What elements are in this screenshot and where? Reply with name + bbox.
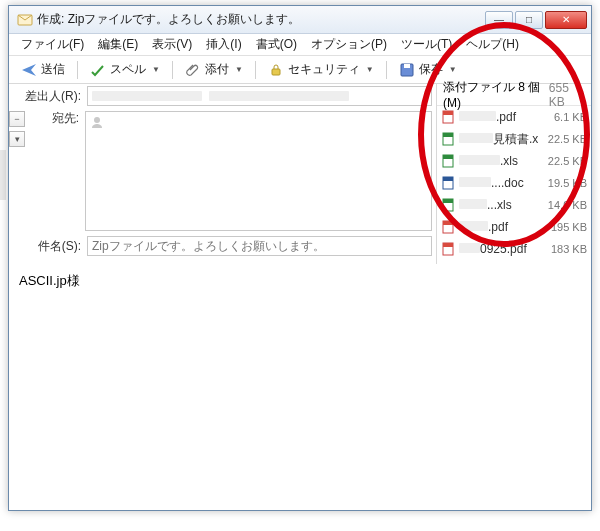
attachment-item[interactable]: ...xls14.0 KB [437,194,591,216]
svg-rect-14 [443,199,453,203]
toolbar-sep [77,61,78,79]
attachment-item[interactable]: ....doc19.5 KB [437,172,591,194]
window-buttons: — □ ✕ [485,11,587,29]
to-label: 宛先: [27,110,85,127]
save-icon [399,62,415,78]
dropdown-arrow-icon: ▼ [449,65,457,74]
maximize-button[interactable]: □ [515,11,543,29]
blurred-text [92,91,202,101]
blurred-text [209,91,349,101]
from-field[interactable] [87,86,432,106]
attachment-size: 14.0 KB [543,199,587,211]
svg-rect-1 [272,69,280,75]
attachment-item[interactable]: 0925.pdf183 KB [437,238,591,260]
attachment-name: 見積書.xls [459,131,539,148]
attachment-size: 195 KB [543,221,587,233]
attachment-name: ....doc [459,176,539,190]
toolbar-sep [255,61,256,79]
attachments-total-size: 655 KB [549,81,585,109]
subject-row: 件名(S): Zipファイルです。よろしくお願いします。 [9,234,436,258]
save-label: 保存 [419,61,443,78]
pdf-file-icon [441,220,455,234]
message-body-editor[interactable]: ASCII.jp様 [9,264,591,510]
attachment-size: 6.1 KB [543,111,587,123]
attach-label: 添付 [205,61,229,78]
svg-rect-16 [443,221,453,225]
attachments-header[interactable]: 添付ファイル 8 個(M) 655 KB [437,84,591,106]
attachment-name: .pdf [459,220,539,234]
dropdown-arrow-icon: ▼ [152,65,160,74]
to-row: − ▾ 宛先: [9,108,436,234]
window-title: 作成: Zipファイルです。よろしくお願いします。 [37,11,485,28]
attachment-size: 19.5 KB [543,177,587,189]
titlebar: 作成: Zipファイルです。よろしくお願いします。 — □ ✕ [9,6,591,34]
header-area: 差出人(R): − ▾ 宛先: 件名(S): Zipファ [9,84,591,283]
envelope-icon [17,12,33,28]
send-button[interactable]: 送信 [15,59,71,80]
paperclip-icon [185,62,201,78]
svg-rect-3 [404,64,410,68]
security-label: セキュリティ [288,61,360,78]
menu-bar: ファイル(F) 編集(E) 表示(V) 挿入(I) 書式(O) オプション(P)… [9,34,591,56]
attachment-item[interactable]: .pdf6.1 KB [437,106,591,128]
close-button[interactable]: ✕ [545,11,587,29]
attachment-size: 183 KB [543,243,587,255]
menu-insert[interactable]: 挿入(I) [200,34,247,55]
xls-file-icon [441,132,455,146]
svg-rect-8 [443,133,453,137]
attachments-list: .pdf6.1 KB見積書.xls22.5 KB.xls22.5 KB....d… [437,106,591,282]
svg-rect-6 [443,111,453,115]
subject-value: Zipファイルです。よろしくお願いします。 [92,238,325,255]
security-button[interactable]: セキュリティ ▼ [262,59,380,80]
pdf-file-icon [441,110,455,124]
dropdown-arrow-icon: ▼ [235,65,243,74]
menu-options[interactable]: オプション(P) [305,34,393,55]
menu-format[interactable]: 書式(O) [250,34,303,55]
svg-rect-12 [443,177,453,181]
send-icon [21,62,37,78]
contact-icon [90,115,104,129]
subject-label: 件名(S): [9,238,87,255]
dropdown-button[interactable]: ▾ [9,131,25,147]
attachment-item[interactable]: .xls22.5 KB [437,150,591,172]
spell-button[interactable]: スペル ▼ [84,59,166,80]
toolbar-sep [386,61,387,79]
menu-tools[interactable]: ツール(T) [395,34,458,55]
menu-view[interactable]: 表示(V) [146,34,198,55]
minimize-button[interactable]: — [485,11,513,29]
menu-file[interactable]: ファイル(F) [15,34,90,55]
svg-rect-10 [443,155,453,159]
attachment-name: .pdf [459,110,539,124]
send-label: 送信 [41,61,65,78]
compose-window: 作成: Zipファイルです。よろしくお願いします。 — □ ✕ ファイル(F) … [8,5,592,511]
body-line: ASCII.jp様 [19,272,581,290]
attachment-item[interactable]: 見積書.xls22.5 KB [437,128,591,150]
field-buttons-col: − ▾ [9,110,27,147]
subject-field[interactable]: Zipファイルです。よろしくお願いします。 [87,236,432,256]
to-field[interactable] [85,111,432,231]
page-shadow-sliver [0,150,6,200]
from-row: 差出人(R): [9,84,436,108]
svg-rect-18 [443,243,453,247]
header-fields: 差出人(R): − ▾ 宛先: 件名(S): Zipファ [9,84,436,282]
doc-file-icon [441,176,455,190]
save-button[interactable]: 保存 ▼ [393,59,463,80]
attachment-name: .xls [459,154,539,168]
attachments-panel: 添付ファイル 8 個(M) 655 KB .pdf6.1 KB見積書.xls22… [436,84,591,282]
attachment-name: ...xls [459,198,539,212]
pdf-file-icon [441,242,455,256]
attachments-count: 添付ファイル 8 個(M) [443,79,549,110]
attachment-size: 22.5 KB [543,155,587,167]
svg-point-4 [94,117,100,123]
collapse-button[interactable]: − [9,111,25,127]
menu-edit[interactable]: 編集(E) [92,34,144,55]
menu-help[interactable]: ヘルプ(H) [460,34,525,55]
xls-file-icon [441,154,455,168]
attachment-item[interactable]: .pdf195 KB [437,216,591,238]
attachment-name: 0925.pdf [459,242,539,256]
dropdown-arrow-icon: ▼ [366,65,374,74]
from-label: 差出人(R): [9,88,87,105]
attach-button[interactable]: 添付 ▼ [179,59,249,80]
attachment-size: 22.5 KB [543,133,587,145]
toolbar-sep [172,61,173,79]
